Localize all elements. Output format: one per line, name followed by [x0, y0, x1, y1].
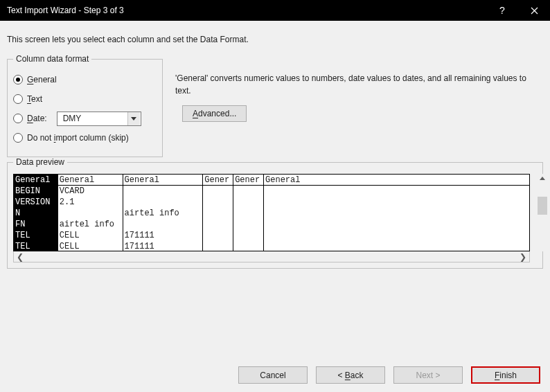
preview-grid[interactable]: General General General Gener Gener Gene… — [13, 174, 530, 251]
date-format-select[interactable]: DMY — [57, 112, 141, 126]
preview-cell: BEGIN — [14, 186, 58, 197]
preview-header-cell[interactable]: Gener — [233, 175, 264, 185]
preview-cell: TEL — [14, 241, 58, 251]
radio-skip-indicator — [13, 133, 23, 143]
radio-skip-label: Do not import column (skip) — [27, 133, 129, 143]
close-icon — [531, 7, 538, 15]
vertical-scroll-thumb[interactable] — [538, 197, 547, 215]
finish-label: Finish — [495, 371, 517, 380]
preview-cell — [233, 241, 264, 251]
advanced-button-label: Advanced... — [193, 109, 236, 118]
preview-cell — [203, 241, 233, 251]
preview-cell — [233, 186, 264, 197]
preview-data-row: BEGINVCARD — [14, 186, 529, 197]
preview-cell: 171111 — [123, 241, 204, 251]
preview-cell — [203, 208, 233, 219]
preview-cell: TEL — [14, 230, 58, 241]
chevron-down-icon — [131, 117, 136, 121]
cancel-button[interactable]: Cancel — [238, 366, 308, 384]
horizontal-scrollbar[interactable]: ❮ ❯ — [13, 251, 530, 262]
preview-cell: CELL — [58, 230, 123, 241]
preview-cell — [264, 197, 529, 208]
preview-cell — [203, 230, 233, 241]
preview-cell — [264, 230, 529, 241]
preview-header-cell[interactable]: General — [58, 175, 123, 185]
radio-general[interactable]: General — [13, 73, 157, 86]
preview-cell: N — [14, 208, 58, 219]
preview-cell — [123, 186, 204, 197]
cancel-label: Cancel — [260, 371, 285, 380]
preview-header-row: General General General Gener Gener Gene… — [14, 175, 529, 186]
radio-general-indicator — [13, 75, 23, 84]
vertical-scrollbar[interactable] — [537, 174, 548, 251]
back-button[interactable]: < Back — [316, 366, 385, 384]
instruction-text: This screen lets you select each column … — [7, 35, 543, 44]
radio-general-label: General — [27, 75, 57, 84]
date-format-value: DMY — [57, 114, 127, 123]
dialog-footer: Cancel < Back Next > Finish — [238, 366, 540, 384]
radio-date-indicator — [13, 114, 23, 123]
preview-cell: airtel info — [58, 219, 123, 230]
preview-cell — [123, 219, 204, 230]
preview-data-row: FNairtel info — [14, 219, 529, 230]
date-format-dropdown-button[interactable] — [127, 112, 140, 125]
preview-cell — [233, 230, 264, 241]
titlebar-controls: ? — [486, 0, 550, 21]
radio-text-indicator — [13, 94, 23, 104]
preview-cell — [58, 208, 123, 219]
preview-data-row: VERSION2.1 — [14, 197, 529, 208]
preview-cell: CELL — [58, 241, 123, 251]
radio-text[interactable]: Text — [13, 93, 157, 105]
preview-cell — [233, 197, 264, 208]
preview-header-cell[interactable]: Gener — [203, 175, 233, 185]
preview-header-cell[interactable]: General — [264, 175, 529, 185]
preview-cell — [264, 208, 529, 219]
preview-cell — [203, 197, 233, 208]
preview-cell — [264, 219, 529, 230]
preview-cell: airtel info — [123, 208, 204, 219]
preview-data-row: TELCELL171111 — [14, 241, 529, 251]
preview-cell: 171111 — [123, 230, 204, 241]
next-label: Next > — [416, 371, 440, 380]
preview-data-row: Nairtel info — [14, 208, 529, 219]
preview-cell — [233, 219, 264, 230]
preview-cell — [233, 208, 264, 219]
column-data-format-group: Column data format General Text Date: DM… — [7, 54, 163, 157]
help-button[interactable]: ? — [486, 0, 518, 21]
preview-cell: VERSION — [14, 197, 58, 208]
preview-cell — [203, 186, 233, 197]
format-description: 'General' converts numeric values to num… — [175, 72, 543, 97]
window-title: Text Import Wizard - Step 3 of 3 — [7, 6, 124, 15]
finish-button[interactable]: Finish — [471, 366, 540, 384]
radio-date[interactable]: Date: DMY — [13, 112, 157, 125]
preview-header-cell[interactable]: General — [123, 175, 204, 185]
preview-cell — [264, 186, 529, 197]
scroll-left-icon: ❮ — [17, 252, 24, 262]
titlebar: Text Import Wizard - Step 3 of 3 ? — [0, 0, 550, 21]
radio-skip[interactable]: Do not import column (skip) — [13, 132, 157, 144]
radio-text-label: Text — [27, 94, 42, 104]
scroll-right-icon: ❯ — [520, 252, 526, 262]
preview-cell — [123, 197, 204, 208]
radio-date-label: Date: — [27, 114, 47, 123]
preview-cell: FN — [14, 219, 58, 230]
data-preview-group: Data preview General General General Gen… — [7, 157, 543, 269]
data-preview-legend: Data preview — [13, 157, 67, 167]
next-button: Next > — [393, 366, 463, 384]
back-label: < Back — [337, 371, 363, 380]
advanced-button[interactable]: Advanced... — [182, 105, 247, 122]
column-format-legend: Column data format — [13, 54, 91, 64]
preview-header-cell[interactable]: General — [14, 175, 58, 185]
preview-cell: VCARD — [58, 186, 123, 197]
preview-cell: 2.1 — [58, 197, 123, 208]
preview-cell — [203, 219, 233, 230]
close-button[interactable] — [518, 0, 550, 21]
preview-data-row: TELCELL171111 — [14, 230, 529, 241]
preview-cell — [264, 241, 529, 251]
scroll-up-icon — [540, 177, 545, 180]
